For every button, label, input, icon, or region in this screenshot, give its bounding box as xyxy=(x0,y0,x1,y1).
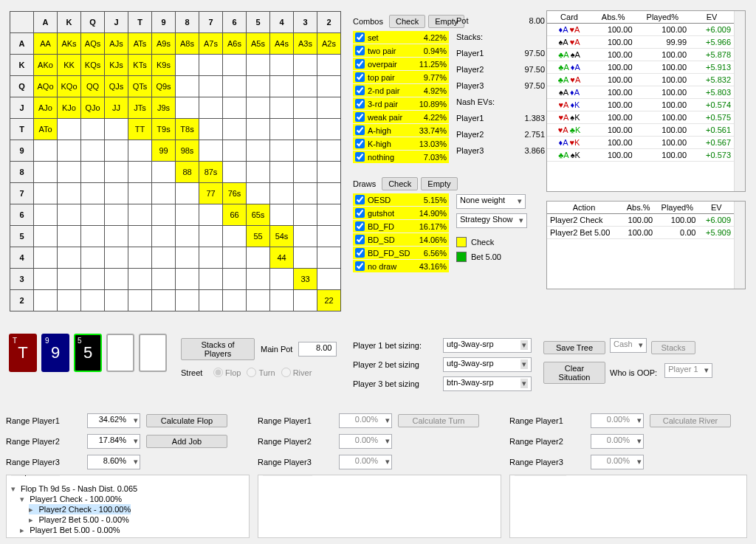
draw-row-4[interactable]: BD_FD_SD6.56% xyxy=(353,247,449,259)
grid-cell-33[interactable]: 33 xyxy=(294,269,317,290)
grid-cell-54o[interactable] xyxy=(247,247,270,269)
ev-action-table[interactable]: ActionAbs.%Played%EVPlayer2 Check100.001… xyxy=(546,201,746,289)
grid-cell-83s[interactable] xyxy=(294,162,317,183)
grid-cell-Q2o[interactable] xyxy=(81,290,105,311)
grid-cell-K7s[interactable] xyxy=(199,55,223,76)
grid-cell-T5s[interactable] xyxy=(247,119,270,140)
grid-cell-98o[interactable] xyxy=(152,162,176,183)
grid-cell-43s[interactable] xyxy=(294,247,317,269)
calculate-river-button[interactable]: Calculate River xyxy=(650,414,731,427)
grid-cell-82o[interactable] xyxy=(176,290,199,311)
grid-cell-A8o[interactable] xyxy=(34,162,58,183)
grid-cell-75o[interactable] xyxy=(199,226,223,247)
grid-cell-42s[interactable] xyxy=(317,247,341,269)
grid-cell-99[interactable]: 99 xyxy=(152,140,176,162)
grid-cell-AJs[interactable]: AJs xyxy=(105,33,128,55)
grid-cell-A6o[interactable] xyxy=(34,204,58,226)
grid-cell-J9o[interactable] xyxy=(105,140,128,162)
grid-cell-AJo[interactable]: AJo xyxy=(34,97,58,119)
grid-cell-K6o[interactable] xyxy=(58,204,81,226)
combo-row-0[interactable]: set4.22% xyxy=(353,31,449,44)
grid-cell-J6o[interactable] xyxy=(105,204,128,226)
draw-checkbox[interactable] xyxy=(355,235,365,244)
draw-checkbox[interactable] xyxy=(355,208,365,218)
grid-cell-J9s[interactable]: J9s xyxy=(152,97,176,119)
range-grid[interactable]: AKQJT98765432AAAAKsAQsAJsATsA9sA8sA7sA6s… xyxy=(10,11,341,311)
grid-cell-TT[interactable]: TT xyxy=(128,119,152,140)
ev-row[interactable]: ♣A ♠K100.00100.00+0.573 xyxy=(547,149,734,162)
grid-cell-AKs[interactable]: AKs xyxy=(58,33,81,55)
turn-actions-panel[interactable]: Turn Actions xyxy=(258,475,501,538)
who-oop-select[interactable]: Player 1 xyxy=(664,363,712,378)
grid-cell-97o[interactable] xyxy=(152,183,176,204)
grid-cell-KTo[interactable] xyxy=(58,119,81,140)
draw-row-5[interactable]: no draw43.16% xyxy=(353,260,449,272)
grid-cell-A2s[interactable]: A2s xyxy=(317,33,341,55)
grid-cell-QQ[interactable]: QQ xyxy=(81,76,105,97)
grid-cell-Q9o[interactable] xyxy=(81,140,105,162)
ev-action-row[interactable]: Player2 Bet 5.00100.000.00+5.909 xyxy=(547,227,734,239)
grid-cell-K5s[interactable] xyxy=(247,55,270,76)
grid-cell-94s[interactable] xyxy=(270,140,294,162)
grid-cell-93o[interactable] xyxy=(152,269,176,290)
grid-cell-Q8s[interactable] xyxy=(176,76,199,97)
grid-cell-AQs[interactable]: AQs xyxy=(81,33,105,55)
tree-node[interactable]: ▸ Player1 Bet 5.00 - 0.00% xyxy=(11,525,244,535)
strategy-select[interactable]: Strategy Show xyxy=(456,213,527,228)
grid-cell-J3o[interactable] xyxy=(105,269,128,290)
grid-cell-87s[interactable]: 87s xyxy=(199,162,223,183)
combo-row-2[interactable]: overpair11.25% xyxy=(353,58,449,70)
grid-cell-A4o[interactable] xyxy=(34,247,58,269)
board-card-9[interactable]: 99 xyxy=(41,334,69,372)
grid-cell-J3s[interactable] xyxy=(294,97,317,119)
grid-cell-KQo[interactable]: KQo xyxy=(58,76,81,97)
rp3-select[interactable]: 8.60% xyxy=(87,455,140,469)
grid-cell-97s[interactable] xyxy=(199,140,223,162)
tree-node[interactable]: ▸ Player2 Check - 100.00% xyxy=(11,504,244,514)
combo-row-9[interactable]: nothing7.03% xyxy=(353,151,449,163)
grid-cell-53s[interactable] xyxy=(294,226,317,247)
grid-cell-A5s[interactable]: A5s xyxy=(247,33,270,55)
trp2-select[interactable]: 0.00% xyxy=(339,434,392,449)
grid-cell-84s[interactable] xyxy=(270,162,294,183)
board-card-turn[interactable] xyxy=(106,334,134,372)
board-card-river[interactable] xyxy=(139,334,167,372)
grid-cell-85o[interactable] xyxy=(176,226,199,247)
grid-cell-98s[interactable]: 98s xyxy=(176,140,199,162)
grid-cell-KK[interactable]: KK xyxy=(58,55,81,76)
grid-cell-K5o[interactable] xyxy=(58,226,81,247)
grid-cell-J5s[interactable] xyxy=(247,97,270,119)
combo-row-8[interactable]: K-high13.03% xyxy=(353,137,449,150)
flop-actions-panel[interactable]: Flop Actions ▾ Flop Th 9d 5s - Nash Dist… xyxy=(6,475,250,538)
grid-cell-Q8o[interactable] xyxy=(81,162,105,183)
grid-cell-55[interactable]: 55 xyxy=(247,226,270,247)
street-flop-radio[interactable]: Flop xyxy=(213,368,241,377)
combos-check-button[interactable]: Check xyxy=(389,15,425,28)
grid-cell-96o[interactable] xyxy=(152,204,176,226)
p2-sizing-select[interactable]: utg-3way-srp xyxy=(443,357,532,372)
rrp2-select[interactable]: 0.00% xyxy=(591,434,644,449)
combo-row-4[interactable]: 2-nd pair4.92% xyxy=(353,84,449,97)
grid-cell-K2o[interactable] xyxy=(58,290,81,311)
grid-cell-Q5o[interactable] xyxy=(81,226,105,247)
ev-row[interactable]: ♣A ♥A100.00100.00+5.832 xyxy=(547,74,734,86)
weight-select[interactable]: None weight xyxy=(456,194,526,209)
grid-cell-QTs[interactable]: QTs xyxy=(128,76,152,97)
grid-cell-72o[interactable] xyxy=(199,290,223,311)
grid-cell-Q3o[interactable] xyxy=(81,269,105,290)
grid-cell-T6s[interactable] xyxy=(223,119,247,140)
grid-cell-96s[interactable] xyxy=(223,140,247,162)
cash-select[interactable]: Cash xyxy=(610,338,647,353)
rp1-select[interactable]: 34.62% xyxy=(87,413,140,428)
grid-cell-QJs[interactable]: QJs xyxy=(105,76,128,97)
grid-cell-63s[interactable] xyxy=(294,204,317,226)
grid-cell-K3s[interactable] xyxy=(294,55,317,76)
ev-row[interactable]: ♥A ♣K100.00100.00+0.561 xyxy=(547,124,734,137)
trp1-select[interactable]: 0.00% xyxy=(339,413,392,428)
board-card-T[interactable]: TT xyxy=(9,334,37,372)
rrp3-select[interactable]: 0.00% xyxy=(591,455,644,469)
grid-cell-T2o[interactable] xyxy=(128,290,152,311)
main-pot-input[interactable]: 8.00 xyxy=(298,342,337,357)
grid-cell-43o[interactable] xyxy=(270,269,294,290)
grid-cell-Q4s[interactable] xyxy=(270,76,294,97)
